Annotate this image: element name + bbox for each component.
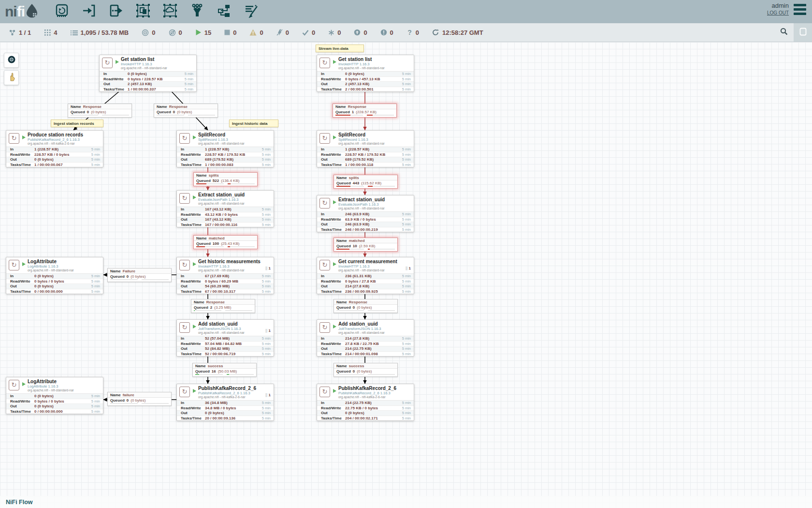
processor-extract-station-uuid-live[interactable]: ↻Extract station_uuidEvaluateJsonPath 1.…	[317, 195, 414, 232]
processor-type-icon: ↻	[179, 260, 190, 270]
stat-row-tasks-time: Tasks/Time1 / 00:00:00.1185 min	[317, 163, 414, 167]
processor-header: ↻LogAttributeLogAttribute 1.16.3org.apac…	[6, 377, 103, 393]
component-remote-process-group[interactable]	[162, 3, 178, 20]
stat-window: 5 min	[397, 72, 411, 76]
global-menu-button[interactable]	[794, 4, 806, 15]
processor-add-station-uuid-live[interactable]: ↻Add station_uuidJoltTransformJSON 1.16.…	[317, 319, 414, 357]
connection-failure-to-log-1[interactable]: NameFailureQueued0(0 bytes)	[107, 268, 172, 282]
stat-label: Out	[321, 284, 345, 288]
flow-canvas[interactable]: Stream live-dataIngest station recordsIn…	[0, 42, 812, 508]
backpressure-bars	[194, 183, 257, 186]
stat-window: 5 min	[397, 152, 411, 157]
status-cluster: 1 / 1	[9, 29, 31, 36]
label-ingest-historic-data[interactable]: Ingest historic data	[229, 120, 278, 127]
stat-value: 0 (0 bytes)	[345, 411, 397, 415]
refresh-status[interactable]: 12:58:27 GMT	[432, 29, 483, 36]
component-input-port[interactable]	[81, 3, 97, 20]
processor-logattribute-2[interactable]: ↻LogAttributeLogAttribute 1.16.3org.apac…	[6, 377, 103, 414]
connection-response-to-split-live[interactable]: NameResponseQueued1(228.57 KB)	[333, 104, 397, 118]
component-funnel[interactable]	[189, 3, 205, 20]
connection-response-to-add-live[interactable]: NameResponseQueued0(0 bytes)	[334, 299, 398, 313]
stale-icon	[354, 29, 361, 36]
stat-window: 5 min	[87, 399, 100, 403]
connection-matched-live[interactable]: NamematchedQueued10(2.59 KB)	[334, 238, 398, 252]
stat-label: In	[181, 274, 205, 278]
object-threshold-bar	[196, 183, 224, 184]
stat-window: 5 min	[257, 411, 271, 415]
stat-value: 0 (0 bytes)	[345, 72, 397, 76]
queued-count: 0	[127, 274, 129, 279]
stat-value: 1 / 00:00:00.067	[34, 163, 87, 167]
component-label[interactable]	[243, 3, 260, 20]
navigate-tool-button[interactable]	[4, 53, 19, 68]
stat-row-read-write: Read/Write34.8 MB / 0 bytes5 min	[177, 406, 274, 411]
processor-splitrecord-historic[interactable]: ↻SplitRecordSplitRecord 1.16.3org.apache…	[176, 130, 274, 167]
processor-logattribute-1[interactable]: ↻LogAttributeLogAttribute 1.16.3org.apac…	[6, 257, 103, 294]
processor-produce-station-records[interactable]: ↻Produce station recordsPublishKafkaReco…	[6, 130, 103, 167]
processor-get-station-list-historic[interactable]: ↻Get station listInvokeHTTP 1.16.3org.ap…	[99, 55, 197, 92]
connection-name-row: NameResponse	[68, 104, 131, 109]
stat-label: In	[10, 274, 34, 278]
processor-header: ↻Produce station recordsPublishKafkaReco…	[6, 131, 103, 147]
threads-grid-icon: ⣿	[405, 267, 407, 270]
stat-label: Out	[321, 346, 345, 351]
stat-label: Tasks/Time	[181, 416, 205, 420]
connection-failure-to-log-2[interactable]: NamefailureQueued0(0 bytes)	[107, 392, 172, 406]
select-hand-tool-button[interactable]	[4, 70, 19, 85]
not-transmitting-icon	[169, 29, 176, 36]
stat-row-in: In214 (22.75 KB)5 min	[317, 401, 414, 406]
processor-publishkafka-historic[interactable]: ↻PublishKafkaRecord_2_6PublishKafkaRecor…	[176, 384, 274, 421]
component-process-group[interactable]	[135, 3, 151, 20]
status-running-count: 15	[204, 29, 211, 36]
stat-row-in: In67 (17.69 KB)5 min	[177, 274, 274, 279]
queued-key: Queued	[196, 241, 211, 246]
logout-link[interactable]: LOG OUT	[767, 9, 789, 16]
label-stream-live-data[interactable]: Stream live-data	[316, 45, 364, 52]
backpressure-bars	[108, 403, 171, 405]
stat-window: 5 min	[397, 416, 411, 420]
status-queued: 1,095 / 53.78 MB	[71, 29, 129, 36]
connection-success-to-publish-historic[interactable]: NamesuccessQueued16(50.03 MB)	[192, 363, 257, 377]
stat-label: Tasks/Time	[321, 87, 345, 91]
connection-matched-historic[interactable]: NamematchedQueued100(25.43 KB)	[193, 235, 258, 249]
label-icon	[244, 3, 259, 20]
birdseye-toggle-button[interactable]	[794, 23, 812, 42]
object-threshold-bar	[194, 310, 221, 311]
stat-window: 5 min	[397, 163, 411, 167]
component-template[interactable]	[216, 3, 232, 20]
processor-extract-station-uuid-historic[interactable]: ↻Extract station_uuidEvaluateJsonPath 1.…	[176, 190, 274, 227]
processor-get-station-list-live[interactable]: ↻Get station listInvokeHTTP 1.16.3org.ap…	[317, 55, 414, 92]
breadcrumb[interactable]: NiFi Flow	[6, 499, 33, 506]
stat-label: Tasks/Time	[321, 227, 345, 232]
processor-get-current-measurement[interactable]: ↻Get current measurementInvokeHTTP 1.16.…	[317, 257, 414, 294]
stat-value: 2 (457.13 KB)	[128, 82, 180, 86]
search-button[interactable]	[774, 23, 794, 42]
processor-bundle: org.apache.nifi - nifi-standard-nar	[121, 66, 167, 70]
connection-queued-row: Queued0(0 bytes)	[108, 398, 171, 403]
stat-window: 5 min	[257, 336, 271, 341]
processor-add-station-uuid-historic[interactable]: ↻Add station_uuidJoltTransformJSON 1.16.…	[176, 319, 274, 357]
connection-response-to-split-historic[interactable]: NameResponseQueued0(0 bytes)	[154, 104, 218, 118]
connection-response-to-produce[interactable]: NameResponseQueued0(0 bytes)	[68, 104, 132, 118]
stat-window: 5 min	[257, 279, 271, 284]
processor-get-historic-measurements[interactable]: ↻Get historic measurementsInvokeHTTP 1.1…	[176, 257, 274, 294]
component-processor[interactable]	[54, 3, 70, 20]
stat-row-out: Out0 (0 bytes)5 min	[6, 404, 103, 409]
label-ingest-station-records[interactable]: Ingest station records	[51, 120, 103, 127]
connection-success-to-publish-live[interactable]: NamesuccessQueued0(0 bytes)	[334, 363, 398, 377]
connection-response-to-add-historic[interactable]: NameResponseQueued2(3.25 MB)	[191, 299, 255, 313]
stat-value: 0 bytes / 27.8 KB	[345, 279, 397, 284]
processor-publishkafka-live[interactable]: ↻PublishKafkaRecord_2_6PublishKafkaRecor…	[317, 384, 414, 421]
processor-name: PublishKafkaRecord_2_6	[338, 386, 396, 391]
size-threshold-bar	[367, 115, 394, 116]
connection-splits-historic[interactable]: NamesplitsQueued522(136.4 KB)	[193, 172, 258, 186]
processor-bundle: org.apache.nifi - nifi-kafka-2-6-nar	[28, 142, 83, 146]
processor-splitrecord-live[interactable]: ↻SplitRecordSplitRecord 1.16.3org.apache…	[317, 130, 414, 167]
queued-key: Queued	[336, 181, 351, 185]
size-threshold-bar	[368, 249, 395, 250]
queued-size: (2.59 KB)	[359, 244, 376, 248]
stat-window: 5 min	[397, 336, 411, 341]
component-output-port[interactable]	[108, 3, 124, 20]
processor-type-icon: ↻	[319, 260, 330, 270]
connection-splits-live[interactable]: NamesplitsQueued443(115.62 KB)	[334, 175, 398, 189]
